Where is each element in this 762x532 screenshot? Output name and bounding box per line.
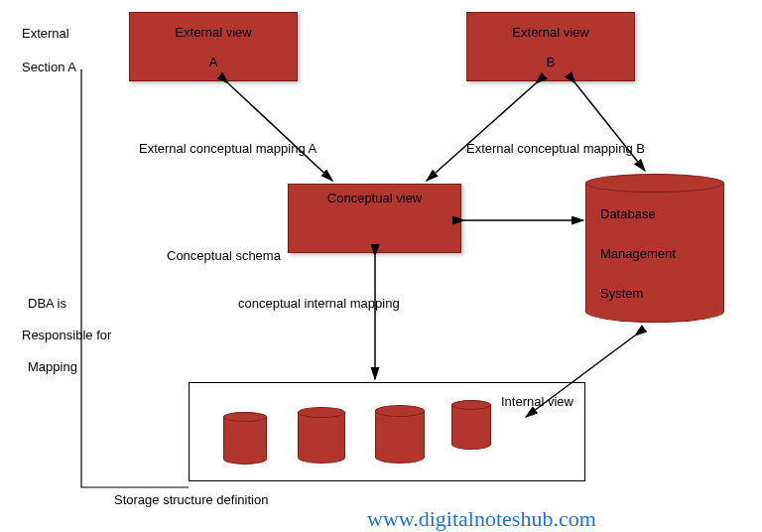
external-view-b-box: External view B xyxy=(466,12,635,81)
storage-cylinder-3 xyxy=(375,405,425,469)
label-mapping-b: External conceptual mapping B xyxy=(466,141,645,156)
svg-line-1 xyxy=(427,83,536,181)
label-dba-3: Mapping xyxy=(28,359,77,374)
label-conceptual-schema: Conceptual schema xyxy=(167,248,281,263)
conceptual-view-title: Conceptual view xyxy=(293,191,456,205)
watermark: www.digitalnoteshub.com xyxy=(367,506,596,532)
diagram-canvas: External view A External view B Conceptu… xyxy=(0,0,762,532)
external-view-a-sub: A xyxy=(134,55,293,69)
storage-cylinder-4 xyxy=(451,400,491,455)
svg-line-0 xyxy=(228,83,332,181)
svg-line-2 xyxy=(575,83,645,171)
storage-cylinder-1 xyxy=(223,412,267,469)
storage-cylinder-2 xyxy=(298,407,345,469)
label-section-a: Section A xyxy=(22,60,76,74)
dbms-label-1: Database xyxy=(600,206,656,221)
external-view-b-sub: B xyxy=(471,55,630,69)
label-dba-1: DBA is xyxy=(28,296,66,311)
external-view-a-title: External view xyxy=(134,25,293,40)
dbms-label-3: System xyxy=(600,286,643,301)
external-view-a-box: External view A xyxy=(129,12,298,81)
label-dba-2: Responsible for xyxy=(22,328,111,342)
conceptual-view-box: Conceptual view xyxy=(288,184,461,253)
label-conceptual-internal: conceptual internal mapping xyxy=(238,296,400,311)
label-storage-def: Storage structure definition xyxy=(114,492,268,507)
label-mapping-a: External conceptual mapping A xyxy=(139,141,317,156)
label-external: External xyxy=(22,26,69,41)
external-view-b-title: External view xyxy=(471,25,630,40)
dbms-label-2: Management xyxy=(600,246,676,261)
label-internal-view: Internal view xyxy=(501,394,573,409)
